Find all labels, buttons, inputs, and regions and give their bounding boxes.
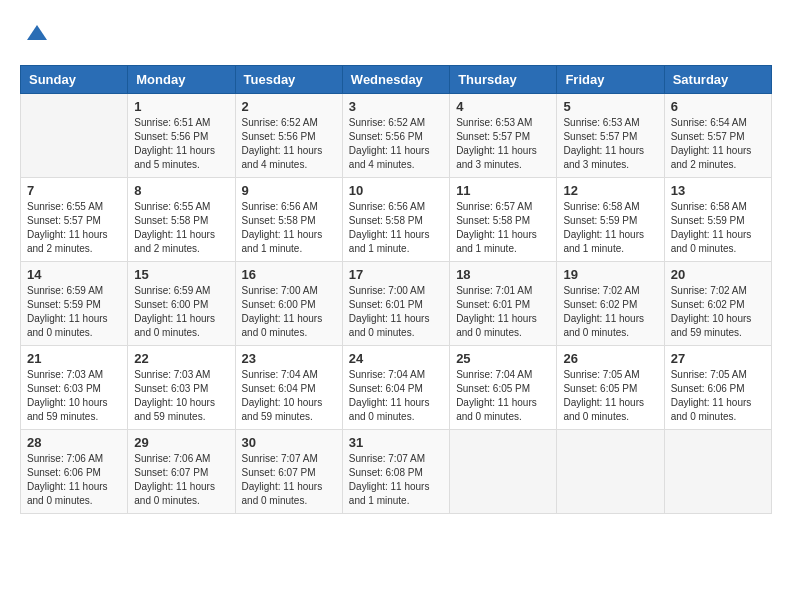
calendar-cell — [450, 430, 557, 514]
day-number: 22 — [134, 351, 228, 366]
day-info: Sunrise: 7:07 AMSunset: 6:07 PMDaylight:… — [242, 452, 336, 508]
day-number: 4 — [456, 99, 550, 114]
calendar-cell — [21, 94, 128, 178]
day-info: Sunrise: 7:00 AMSunset: 6:00 PMDaylight:… — [242, 284, 336, 340]
calendar-cell: 9Sunrise: 6:56 AMSunset: 5:58 PMDaylight… — [235, 178, 342, 262]
calendar-week-4: 21Sunrise: 7:03 AMSunset: 6:03 PMDayligh… — [21, 346, 772, 430]
day-number: 25 — [456, 351, 550, 366]
day-info: Sunrise: 7:06 AMSunset: 6:07 PMDaylight:… — [134, 452, 228, 508]
calendar-week-2: 7Sunrise: 6:55 AMSunset: 5:57 PMDaylight… — [21, 178, 772, 262]
logo — [20, 20, 54, 55]
day-number: 15 — [134, 267, 228, 282]
day-info: Sunrise: 6:58 AMSunset: 5:59 PMDaylight:… — [563, 200, 657, 256]
day-number: 27 — [671, 351, 765, 366]
day-info: Sunrise: 7:05 AMSunset: 6:05 PMDaylight:… — [563, 368, 657, 424]
day-info: Sunrise: 6:56 AMSunset: 5:58 PMDaylight:… — [349, 200, 443, 256]
day-number: 29 — [134, 435, 228, 450]
calendar-header-friday: Friday — [557, 66, 664, 94]
calendar-cell: 24Sunrise: 7:04 AMSunset: 6:04 PMDayligh… — [342, 346, 449, 430]
day-number: 26 — [563, 351, 657, 366]
day-info: Sunrise: 6:58 AMSunset: 5:59 PMDaylight:… — [671, 200, 765, 256]
calendar-cell: 7Sunrise: 6:55 AMSunset: 5:57 PMDaylight… — [21, 178, 128, 262]
calendar-cell: 31Sunrise: 7:07 AMSunset: 6:08 PMDayligh… — [342, 430, 449, 514]
day-number: 24 — [349, 351, 443, 366]
day-number: 28 — [27, 435, 121, 450]
calendar-cell: 18Sunrise: 7:01 AMSunset: 6:01 PMDayligh… — [450, 262, 557, 346]
day-number: 7 — [27, 183, 121, 198]
calendar-cell: 23Sunrise: 7:04 AMSunset: 6:04 PMDayligh… — [235, 346, 342, 430]
day-info: Sunrise: 6:57 AMSunset: 5:58 PMDaylight:… — [456, 200, 550, 256]
calendar-cell: 21Sunrise: 7:03 AMSunset: 6:03 PMDayligh… — [21, 346, 128, 430]
calendar-cell: 8Sunrise: 6:55 AMSunset: 5:58 PMDaylight… — [128, 178, 235, 262]
calendar-week-3: 14Sunrise: 6:59 AMSunset: 5:59 PMDayligh… — [21, 262, 772, 346]
day-number: 14 — [27, 267, 121, 282]
calendar-body: 1Sunrise: 6:51 AMSunset: 5:56 PMDaylight… — [21, 94, 772, 514]
day-number: 12 — [563, 183, 657, 198]
day-number: 30 — [242, 435, 336, 450]
calendar-cell: 20Sunrise: 7:02 AMSunset: 6:02 PMDayligh… — [664, 262, 771, 346]
calendar-header-wednesday: Wednesday — [342, 66, 449, 94]
calendar-week-5: 28Sunrise: 7:06 AMSunset: 6:06 PMDayligh… — [21, 430, 772, 514]
calendar-cell: 22Sunrise: 7:03 AMSunset: 6:03 PMDayligh… — [128, 346, 235, 430]
day-number: 21 — [27, 351, 121, 366]
calendar-cell: 13Sunrise: 6:58 AMSunset: 5:59 PMDayligh… — [664, 178, 771, 262]
day-number: 8 — [134, 183, 228, 198]
logo-icon — [22, 20, 52, 50]
calendar-cell: 29Sunrise: 7:06 AMSunset: 6:07 PMDayligh… — [128, 430, 235, 514]
calendar-header-thursday: Thursday — [450, 66, 557, 94]
calendar-header-saturday: Saturday — [664, 66, 771, 94]
calendar-cell: 25Sunrise: 7:04 AMSunset: 6:05 PMDayligh… — [450, 346, 557, 430]
day-number: 19 — [563, 267, 657, 282]
day-info: Sunrise: 6:56 AMSunset: 5:58 PMDaylight:… — [242, 200, 336, 256]
day-number: 18 — [456, 267, 550, 282]
calendar-cell: 11Sunrise: 6:57 AMSunset: 5:58 PMDayligh… — [450, 178, 557, 262]
calendar-cell: 28Sunrise: 7:06 AMSunset: 6:06 PMDayligh… — [21, 430, 128, 514]
calendar-header-row: SundayMondayTuesdayWednesdayThursdayFrid… — [21, 66, 772, 94]
day-info: Sunrise: 6:51 AMSunset: 5:56 PMDaylight:… — [134, 116, 228, 172]
calendar-cell: 1Sunrise: 6:51 AMSunset: 5:56 PMDaylight… — [128, 94, 235, 178]
calendar-cell — [664, 430, 771, 514]
calendar-cell: 4Sunrise: 6:53 AMSunset: 5:57 PMDaylight… — [450, 94, 557, 178]
day-number: 11 — [456, 183, 550, 198]
calendar-cell: 10Sunrise: 6:56 AMSunset: 5:58 PMDayligh… — [342, 178, 449, 262]
calendar-cell: 5Sunrise: 6:53 AMSunset: 5:57 PMDaylight… — [557, 94, 664, 178]
day-info: Sunrise: 7:05 AMSunset: 6:06 PMDaylight:… — [671, 368, 765, 424]
day-info: Sunrise: 7:00 AMSunset: 6:01 PMDaylight:… — [349, 284, 443, 340]
calendar-header-tuesday: Tuesday — [235, 66, 342, 94]
day-number: 6 — [671, 99, 765, 114]
day-info: Sunrise: 7:03 AMSunset: 6:03 PMDaylight:… — [27, 368, 121, 424]
calendar-cell: 15Sunrise: 6:59 AMSunset: 6:00 PMDayligh… — [128, 262, 235, 346]
day-number: 5 — [563, 99, 657, 114]
day-number: 23 — [242, 351, 336, 366]
day-info: Sunrise: 6:59 AMSunset: 5:59 PMDaylight:… — [27, 284, 121, 340]
day-number: 3 — [349, 99, 443, 114]
day-info: Sunrise: 7:02 AMSunset: 6:02 PMDaylight:… — [563, 284, 657, 340]
day-info: Sunrise: 6:54 AMSunset: 5:57 PMDaylight:… — [671, 116, 765, 172]
calendar-cell: 12Sunrise: 6:58 AMSunset: 5:59 PMDayligh… — [557, 178, 664, 262]
calendar-header-monday: Monday — [128, 66, 235, 94]
calendar-cell: 30Sunrise: 7:07 AMSunset: 6:07 PMDayligh… — [235, 430, 342, 514]
calendar-cell: 6Sunrise: 6:54 AMSunset: 5:57 PMDaylight… — [664, 94, 771, 178]
day-number: 2 — [242, 99, 336, 114]
day-info: Sunrise: 6:52 AMSunset: 5:56 PMDaylight:… — [349, 116, 443, 172]
day-info: Sunrise: 7:07 AMSunset: 6:08 PMDaylight:… — [349, 452, 443, 508]
day-info: Sunrise: 6:52 AMSunset: 5:56 PMDaylight:… — [242, 116, 336, 172]
day-number: 1 — [134, 99, 228, 114]
day-info: Sunrise: 7:03 AMSunset: 6:03 PMDaylight:… — [134, 368, 228, 424]
day-number: 10 — [349, 183, 443, 198]
day-info: Sunrise: 6:53 AMSunset: 5:57 PMDaylight:… — [563, 116, 657, 172]
calendar-cell: 17Sunrise: 7:00 AMSunset: 6:01 PMDayligh… — [342, 262, 449, 346]
svg-marker-0 — [27, 25, 47, 40]
day-info: Sunrise: 7:04 AMSunset: 6:05 PMDaylight:… — [456, 368, 550, 424]
day-info: Sunrise: 6:59 AMSunset: 6:00 PMDaylight:… — [134, 284, 228, 340]
day-number: 13 — [671, 183, 765, 198]
calendar-cell: 19Sunrise: 7:02 AMSunset: 6:02 PMDayligh… — [557, 262, 664, 346]
day-number: 9 — [242, 183, 336, 198]
day-info: Sunrise: 6:55 AMSunset: 5:57 PMDaylight:… — [27, 200, 121, 256]
day-number: 20 — [671, 267, 765, 282]
calendar-cell: 26Sunrise: 7:05 AMSunset: 6:05 PMDayligh… — [557, 346, 664, 430]
day-info: Sunrise: 7:02 AMSunset: 6:02 PMDaylight:… — [671, 284, 765, 340]
day-info: Sunrise: 7:04 AMSunset: 6:04 PMDaylight:… — [242, 368, 336, 424]
day-number: 17 — [349, 267, 443, 282]
day-info: Sunrise: 6:55 AMSunset: 5:58 PMDaylight:… — [134, 200, 228, 256]
